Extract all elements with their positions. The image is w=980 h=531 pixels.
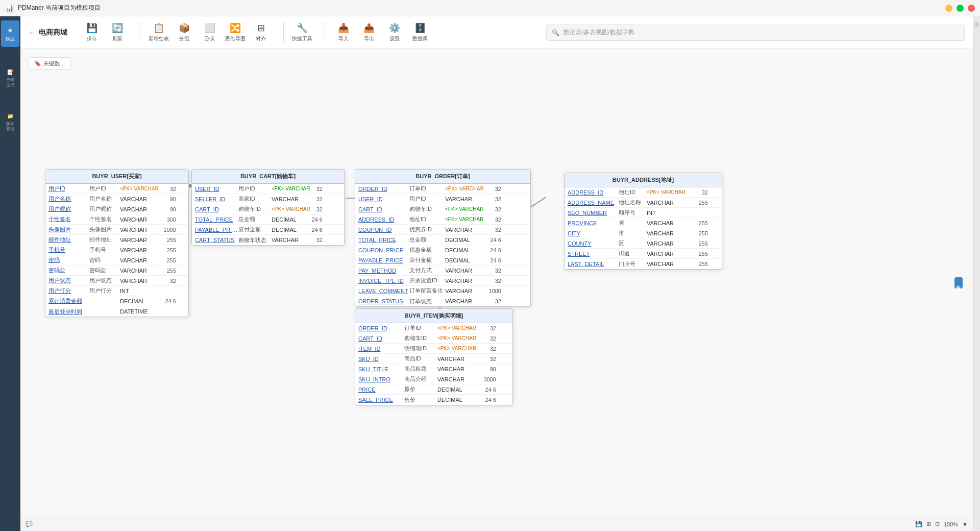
col-pk: <PK> VARCHAR xyxy=(437,335,481,341)
col-field[interactable]: ORDER_ID xyxy=(358,186,409,192)
col-field: 用户打分 xyxy=(48,287,89,295)
col-field: 用户名称 xyxy=(48,195,89,203)
export-button[interactable]: 📤 导出 xyxy=(357,19,381,46)
col-type: VARCHAR xyxy=(445,288,486,294)
grid-icon[interactable]: ⊞ xyxy=(926,521,931,527)
toolbar-io-section: 📥 导入 📤 导出 ⚙️ 设置 🗄️ 数据库 xyxy=(331,19,432,46)
database-button[interactable]: 🗄️ 数据库 xyxy=(408,19,432,46)
col-type: VARCHAR xyxy=(445,196,486,202)
col-alias: 商品ID xyxy=(404,355,437,363)
maximize-btn[interactable] xyxy=(957,5,964,12)
col-type: DECIMAL xyxy=(445,257,486,263)
sidebar-label-model: 模型 xyxy=(6,36,15,42)
col-field: LEAVE_COMMENT xyxy=(358,288,409,294)
col-field[interactable]: CART_ID xyxy=(358,206,409,212)
col-type: VARCHAR xyxy=(437,356,481,362)
col-num: 32 xyxy=(307,237,323,243)
sidebar-item-version[interactable]: 📁 版本管理 xyxy=(1,108,19,135)
toolbar-tool-section: 🔧 快捷工具 xyxy=(290,19,314,46)
col-field: 用户状态 xyxy=(48,277,89,284)
scroll-thumb[interactable] xyxy=(975,22,979,27)
table-row: ORDER_ID 订单ID <PK> VARCHAR 32 xyxy=(355,184,530,194)
window-controls xyxy=(945,5,975,12)
keyword-label: 关键数... xyxy=(43,60,65,67)
export-icon: 📤 xyxy=(363,22,375,34)
table-row: CART_STATUS 购物车状态 VARCHAR 32 xyxy=(192,235,344,245)
align-button[interactable]: ⊞ 对齐 xyxy=(249,19,273,46)
col-alias: 购物车ID xyxy=(409,205,445,213)
col-alias: 顺序号 xyxy=(619,209,647,216)
col-type: DATETIME xyxy=(120,308,156,315)
col-alias: 订单留言备注 xyxy=(409,287,445,295)
col-field[interactable]: ADDRESS_ID xyxy=(568,189,619,196)
close-btn[interactable] xyxy=(968,5,975,12)
col-field[interactable]: USER_ID xyxy=(195,186,238,192)
col-field[interactable]: CART_ID xyxy=(195,206,238,212)
table-buyr-user[interactable]: BUYR_USER[买家] 用户ID 用户ID <PK> VARCHAR 32 … xyxy=(45,169,189,317)
col-type: DECIMAL xyxy=(120,298,156,304)
col-field: PAYABLE_PRICE xyxy=(358,257,409,263)
col-field[interactable]: 用户ID xyxy=(48,185,89,192)
quick-tool-button[interactable]: 🔧 快捷工具 xyxy=(290,19,314,46)
titlebar-title: PDManer 当前项目为模板项目 xyxy=(18,4,101,12)
col-num: 32 xyxy=(486,216,501,223)
col-alias: 购物车ID xyxy=(404,334,437,342)
col-field[interactable]: ORDER_ID xyxy=(358,325,404,331)
table-row: 密码盐 密码盐 VARCHAR 255 xyxy=(45,266,188,276)
group-label: 分组 xyxy=(179,35,189,42)
table-row: INVOICE_TPL_ID 开票设置ID VARCHAR 32 xyxy=(355,276,530,286)
col-field: SEQ_NUMBER xyxy=(568,210,619,216)
sidebar-item-codegen[interactable]: 📝 代码生成 xyxy=(1,64,19,91)
col-type: VARCHAR xyxy=(647,220,688,226)
sidebar-item-model[interactable]: ◉ 模型 xyxy=(1,20,19,47)
shape-button[interactable]: ⬜ 形状 xyxy=(198,19,222,46)
col-field[interactable]: CART_ID xyxy=(358,335,404,342)
col-field[interactable]: ADDRESS_ID xyxy=(358,216,409,223)
table-row: 用户打分 用户打分 INT xyxy=(45,286,188,296)
col-num: 255 xyxy=(688,261,708,267)
float-panel[interactable]: 包含关 xyxy=(954,277,963,288)
table-row: SEQ_NUMBER 顺序号 INT xyxy=(565,208,722,218)
import-button[interactable]: 📥 导入 xyxy=(331,19,356,46)
export-label: 导出 xyxy=(364,35,374,42)
right-scrollbar[interactable] xyxy=(973,16,980,531)
table-buyr-address[interactable]: BUYR_ADDRESS[地址] ADDRESS_ID 地址ID <PK> VA… xyxy=(564,173,722,270)
save-icon: 💾 xyxy=(86,22,97,34)
table-row: 最后登录时间 DATETIME xyxy=(45,306,188,317)
toolbar-table-section: 📋 新增空表 📦 分组 ⬜ 形状 🔀 思维导图 ⊞ 对齐 xyxy=(146,19,273,46)
group-button[interactable]: 📦 分组 xyxy=(172,19,197,46)
col-alias: 订单ID xyxy=(409,185,445,192)
settings-icon: ⚙️ xyxy=(389,22,400,34)
search-bar[interactable]: 🔍 数据表/多表视图/数据字典 xyxy=(546,25,965,41)
chat-icon[interactable]: 💬 xyxy=(26,521,33,527)
save-button[interactable]: 💾 保存 xyxy=(80,19,104,46)
col-alias: 应付金额 xyxy=(409,256,445,264)
col-field: SALE_PRICE xyxy=(358,397,404,403)
fit-icon[interactable]: ⊡ xyxy=(935,521,940,527)
col-type: VARCHAR xyxy=(445,227,486,233)
new-table-button[interactable]: 📋 新增空表 xyxy=(146,19,171,46)
col-field: 密码 xyxy=(48,256,89,264)
settings-button[interactable]: ⚙️ 设置 xyxy=(382,19,407,46)
col-alias: 支付方式 xyxy=(409,267,445,274)
table-buyr-item[interactable]: BUYR_ITEM[购买明细] ORDER_ID 订单ID <PK> VARCH… xyxy=(355,308,513,405)
back-button[interactable]: ← 电商商城 xyxy=(29,28,67,37)
minimize-btn[interactable] xyxy=(945,5,952,12)
mindmap-button[interactable]: 🔀 思维导图 xyxy=(223,19,248,46)
canvas-area[interactable]: 🔖 关键数... BUYR_ xyxy=(20,49,973,517)
col-alias: 总金额 xyxy=(409,236,445,244)
quick-tool-label: 快捷工具 xyxy=(292,35,312,42)
save-bottom-icon[interactable]: 💾 xyxy=(915,521,922,527)
table-buyr-order[interactable]: BUYR_ORDER[订单] ORDER_ID 订单ID <PK> VARCHA… xyxy=(355,169,531,307)
table-buyr-cart[interactable]: BUYR_CART[购物车] USER_ID 用户ID <FK> VARCHAR… xyxy=(191,169,345,246)
keyword-button[interactable]: 🔖 关键数... xyxy=(29,57,70,70)
refresh-button[interactable]: 🔄 刷新 xyxy=(105,19,130,46)
col-type: DECIMAL xyxy=(437,397,481,403)
col-num: 300 xyxy=(156,216,176,223)
zoom-down-icon[interactable]: ▼ xyxy=(962,521,968,527)
table-row: 用户ID 用户ID <PK> VARCHAR 32 xyxy=(45,184,188,194)
col-field[interactable]: ITEM_ID xyxy=(358,346,404,352)
table-row: TOTAL_PRICE 总金额 DECIMAL 24 6 xyxy=(355,235,530,245)
col-num: 3000 xyxy=(481,376,496,382)
col-alias: 邮件地址 xyxy=(89,236,120,244)
